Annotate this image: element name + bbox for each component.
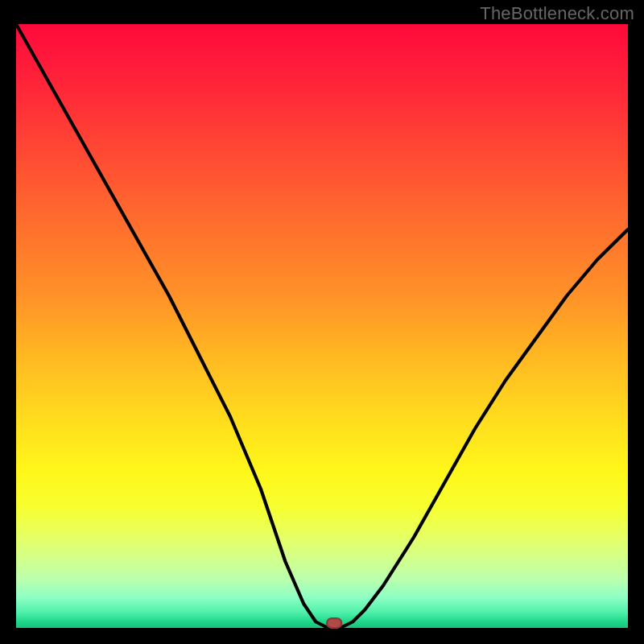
plot-area xyxy=(16,24,628,628)
bottleneck-curve xyxy=(16,24,628,628)
minimum-marker xyxy=(327,618,341,628)
watermark-text: TheBottleneck.com xyxy=(480,3,634,24)
curve-layer xyxy=(16,24,628,628)
chart-frame: TheBottleneck.com xyxy=(0,0,644,644)
